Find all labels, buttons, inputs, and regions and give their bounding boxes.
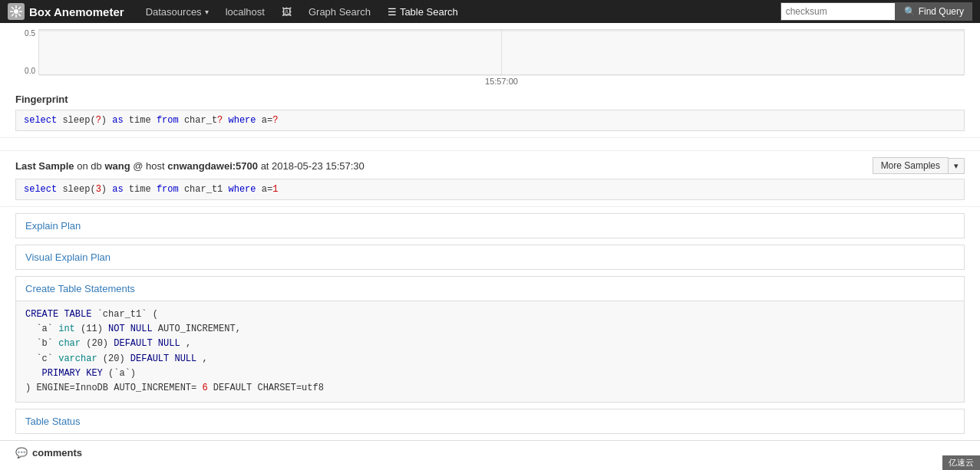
chart-y-bottom: 0.0 [15, 67, 35, 75]
brand-name: Box Anemometer [29, 5, 124, 18]
fingerprint-code: select sleep(?) as time from char_t? whe… [15, 110, 965, 131]
create-table-line2: `a` int (11) NOT NULL AUTO_INCREMENT, [25, 322, 955, 337]
chart-x-label: 15:57:00 [38, 77, 965, 86]
table-status-section: Table Status [15, 409, 965, 434]
comments-section: 💬 comments [0, 440, 980, 465]
nav-table-search-label: Table Search [400, 6, 458, 18]
svg-line-5 [12, 7, 14, 9]
nav-image[interactable]: 🖼 [274, 0, 299, 23]
visual-explain-plan-section: Visual Explain Plan [15, 245, 965, 270]
chart-y-top: 0.5 [15, 29, 35, 38]
last-sample-header: Last Sample on db wang @ host cnwangdawe… [15, 157, 965, 174]
more-samples-dropdown-button[interactable]: ▾ [949, 158, 965, 174]
brand-icon [8, 3, 25, 20]
find-query-label: Find Query [919, 6, 964, 17]
chart-svg [38, 29, 965, 75]
explain-plan-header[interactable]: Explain Plan [16, 214, 964, 238]
spacer [0, 138, 980, 150]
search-box: 🔍 Find Query [780, 2, 972, 21]
footer-brand-text: 亿速云 [949, 458, 974, 465]
create-table-line5: PRIMARY KEY (`a`) [25, 366, 955, 381]
nav-localhost-label: localhost [226, 6, 265, 18]
nav-datasources-label: Datasources [146, 6, 202, 18]
explain-plan-section: Explain Plan [15, 213, 965, 238]
create-table-section: Create Table Statements CREATE TABLE `ch… [15, 276, 965, 403]
search-input[interactable] [780, 2, 896, 21]
table-status-header[interactable]: Table Status [16, 409, 964, 433]
nav-graph-search-label: Graph Search [309, 6, 371, 18]
caret-icon: ▾ [954, 161, 959, 170]
svg-point-0 [14, 9, 18, 14]
comments-title: 💬 comments [15, 447, 965, 458]
image-icon: 🖼 [282, 6, 292, 18]
visual-explain-plan-header[interactable]: Visual Explain Plan [16, 245, 964, 269]
create-table-header[interactable]: Create Table Statements [16, 277, 964, 301]
last-sample-code: select sleep(3) as time from char_t1 whe… [15, 179, 965, 200]
create-table-body: CREATE TABLE `char_t1` ( `a` int (11) NO… [16, 301, 964, 402]
table-icon: ☰ [388, 6, 397, 18]
create-table-line1: CREATE TABLE `char_t1` ( [25, 307, 955, 322]
chevron-down-icon: ▾ [205, 8, 209, 16]
navbar: Box Anemometer Datasources ▾ localhost 🖼… [0, 0, 980, 23]
fingerprint-section: Fingerprint select sleep(?) as time from… [0, 87, 980, 138]
find-query-button[interactable]: 🔍 Find Query [896, 2, 972, 21]
chart-area: 0.5 0.0 15:57:00 [0, 26, 980, 86]
svg-line-6 [18, 14, 21, 16]
svg-line-8 [12, 14, 14, 16]
more-samples-button[interactable]: More Samples [873, 157, 949, 174]
last-sample-section: Last Sample on db wang @ host cnwangdawe… [0, 150, 980, 207]
create-table-line4: `c` varchar (20) DEFAULT NULL , [25, 352, 955, 366]
footer-brand: 亿速云 [942, 455, 980, 465]
create-table-line3: `b` char (20) DEFAULT NULL , [25, 337, 955, 351]
search-icon: 🔍 [904, 6, 916, 17]
nav-table-search[interactable]: ☰ Table Search [380, 0, 466, 23]
svg-line-7 [18, 7, 21, 9]
nav-datasources[interactable]: Datasources ▾ [138, 0, 216, 23]
create-table-line6: ) ENGINE=InnoDB AUTO_INCREMENT= 6 DEFAUL… [25, 381, 955, 396]
nav-links: Datasources ▾ localhost 🖼 Graph Search ☰… [138, 0, 466, 23]
nav-graph-search[interactable]: Graph Search [301, 0, 378, 23]
nav-localhost[interactable]: localhost [218, 0, 272, 23]
last-sample-title: Last Sample on db wang @ host cnwangdawe… [15, 160, 365, 172]
chart-y-labels: 0.5 0.0 [15, 29, 38, 75]
comment-icon: 💬 [15, 447, 28, 458]
more-samples-btn-group: More Samples ▾ [873, 157, 965, 174]
comments-label: comments [32, 447, 82, 458]
brand-link[interactable]: Box Anemometer [8, 3, 124, 20]
fingerprint-label: Fingerprint [15, 94, 965, 105]
